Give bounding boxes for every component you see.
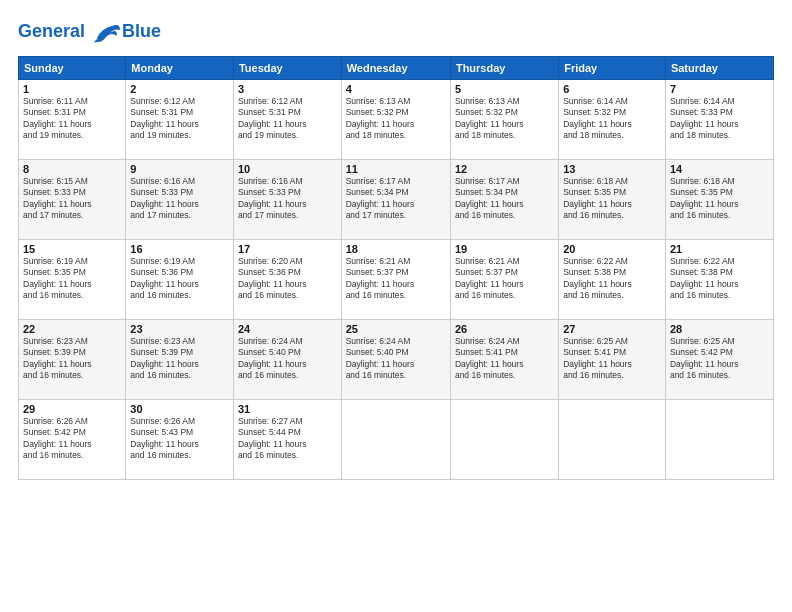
logo-blue: Blue	[122, 21, 161, 42]
calendar-week-4: 22Sunrise: 6:23 AM Sunset: 5:39 PM Dayli…	[19, 320, 774, 400]
day-number: 4	[346, 83, 446, 95]
calendar-day-17: 17Sunrise: 6:20 AM Sunset: 5:36 PM Dayli…	[233, 240, 341, 320]
day-info: Sunrise: 6:24 AM Sunset: 5:40 PM Dayligh…	[238, 336, 337, 382]
day-info: Sunrise: 6:18 AM Sunset: 5:35 PM Dayligh…	[563, 176, 661, 222]
day-number: 13	[563, 163, 661, 175]
day-info: Sunrise: 6:19 AM Sunset: 5:36 PM Dayligh…	[130, 256, 229, 302]
day-info: Sunrise: 6:15 AM Sunset: 5:33 PM Dayligh…	[23, 176, 121, 222]
day-info: Sunrise: 6:13 AM Sunset: 5:32 PM Dayligh…	[346, 96, 446, 142]
day-info: Sunrise: 6:22 AM Sunset: 5:38 PM Dayligh…	[670, 256, 769, 302]
calendar-day-13: 13Sunrise: 6:18 AM Sunset: 5:35 PM Dayli…	[559, 160, 666, 240]
day-number: 23	[130, 323, 229, 335]
calendar-header-thursday: Thursday	[450, 57, 558, 80]
calendar-day-31: 31Sunrise: 6:27 AM Sunset: 5:44 PM Dayli…	[233, 400, 341, 480]
calendar-day-10: 10Sunrise: 6:16 AM Sunset: 5:33 PM Dayli…	[233, 160, 341, 240]
day-info: Sunrise: 6:13 AM Sunset: 5:32 PM Dayligh…	[455, 96, 554, 142]
calendar-day-5: 5Sunrise: 6:13 AM Sunset: 5:32 PM Daylig…	[450, 80, 558, 160]
empty-cell	[665, 400, 773, 480]
day-info: Sunrise: 6:21 AM Sunset: 5:37 PM Dayligh…	[346, 256, 446, 302]
calendar-day-27: 27Sunrise: 6:25 AM Sunset: 5:41 PM Dayli…	[559, 320, 666, 400]
empty-cell	[559, 400, 666, 480]
calendar-header-friday: Friday	[559, 57, 666, 80]
calendar-day-15: 15Sunrise: 6:19 AM Sunset: 5:35 PM Dayli…	[19, 240, 126, 320]
calendar-day-30: 30Sunrise: 6:26 AM Sunset: 5:43 PM Dayli…	[126, 400, 234, 480]
logo: General Blue	[18, 18, 161, 46]
calendar-week-2: 8Sunrise: 6:15 AM Sunset: 5:33 PM Daylig…	[19, 160, 774, 240]
day-info: Sunrise: 6:25 AM Sunset: 5:42 PM Dayligh…	[670, 336, 769, 382]
day-info: Sunrise: 6:24 AM Sunset: 5:40 PM Dayligh…	[346, 336, 446, 382]
header: General Blue	[18, 18, 774, 46]
day-info: Sunrise: 6:11 AM Sunset: 5:31 PM Dayligh…	[23, 96, 121, 142]
calendar-header-row: SundayMondayTuesdayWednesdayThursdayFrid…	[19, 57, 774, 80]
calendar-day-29: 29Sunrise: 6:26 AM Sunset: 5:42 PM Dayli…	[19, 400, 126, 480]
day-info: Sunrise: 6:23 AM Sunset: 5:39 PM Dayligh…	[23, 336, 121, 382]
calendar-day-19: 19Sunrise: 6:21 AM Sunset: 5:37 PM Dayli…	[450, 240, 558, 320]
day-info: Sunrise: 6:27 AM Sunset: 5:44 PM Dayligh…	[238, 416, 337, 462]
calendar-day-9: 9Sunrise: 6:16 AM Sunset: 5:33 PM Daylig…	[126, 160, 234, 240]
day-number: 19	[455, 243, 554, 255]
calendar-day-7: 7Sunrise: 6:14 AM Sunset: 5:33 PM Daylig…	[665, 80, 773, 160]
calendar-day-24: 24Sunrise: 6:24 AM Sunset: 5:40 PM Dayli…	[233, 320, 341, 400]
day-number: 10	[238, 163, 337, 175]
day-info: Sunrise: 6:24 AM Sunset: 5:41 PM Dayligh…	[455, 336, 554, 382]
day-info: Sunrise: 6:26 AM Sunset: 5:42 PM Dayligh…	[23, 416, 121, 462]
day-info: Sunrise: 6:23 AM Sunset: 5:39 PM Dayligh…	[130, 336, 229, 382]
day-info: Sunrise: 6:25 AM Sunset: 5:41 PM Dayligh…	[563, 336, 661, 382]
calendar-header-tuesday: Tuesday	[233, 57, 341, 80]
calendar-day-21: 21Sunrise: 6:22 AM Sunset: 5:38 PM Dayli…	[665, 240, 773, 320]
day-info: Sunrise: 6:14 AM Sunset: 5:32 PM Dayligh…	[563, 96, 661, 142]
calendar-day-6: 6Sunrise: 6:14 AM Sunset: 5:32 PM Daylig…	[559, 80, 666, 160]
day-number: 11	[346, 163, 446, 175]
calendar-header-sunday: Sunday	[19, 57, 126, 80]
page: General Blue SundayMondayTuesdayWednesda…	[0, 0, 792, 612]
logo-bird-icon	[92, 18, 122, 46]
day-info: Sunrise: 6:16 AM Sunset: 5:33 PM Dayligh…	[238, 176, 337, 222]
calendar-week-5: 29Sunrise: 6:26 AM Sunset: 5:42 PM Dayli…	[19, 400, 774, 480]
calendar-day-11: 11Sunrise: 6:17 AM Sunset: 5:34 PM Dayli…	[341, 160, 450, 240]
day-number: 25	[346, 323, 446, 335]
day-number: 3	[238, 83, 337, 95]
day-number: 12	[455, 163, 554, 175]
calendar-day-14: 14Sunrise: 6:18 AM Sunset: 5:35 PM Dayli…	[665, 160, 773, 240]
calendar: SundayMondayTuesdayWednesdayThursdayFrid…	[18, 56, 774, 480]
day-number: 6	[563, 83, 661, 95]
empty-cell	[341, 400, 450, 480]
day-number: 22	[23, 323, 121, 335]
calendar-day-3: 3Sunrise: 6:12 AM Sunset: 5:31 PM Daylig…	[233, 80, 341, 160]
day-number: 1	[23, 83, 121, 95]
empty-cell	[450, 400, 558, 480]
day-number: 14	[670, 163, 769, 175]
calendar-week-3: 15Sunrise: 6:19 AM Sunset: 5:35 PM Dayli…	[19, 240, 774, 320]
day-info: Sunrise: 6:20 AM Sunset: 5:36 PM Dayligh…	[238, 256, 337, 302]
day-number: 16	[130, 243, 229, 255]
day-number: 7	[670, 83, 769, 95]
calendar-day-1: 1Sunrise: 6:11 AM Sunset: 5:31 PM Daylig…	[19, 80, 126, 160]
day-info: Sunrise: 6:17 AM Sunset: 5:34 PM Dayligh…	[455, 176, 554, 222]
calendar-header-wednesday: Wednesday	[341, 57, 450, 80]
calendar-day-8: 8Sunrise: 6:15 AM Sunset: 5:33 PM Daylig…	[19, 160, 126, 240]
day-number: 26	[455, 323, 554, 335]
calendar-day-23: 23Sunrise: 6:23 AM Sunset: 5:39 PM Dayli…	[126, 320, 234, 400]
day-number: 20	[563, 243, 661, 255]
calendar-header-monday: Monday	[126, 57, 234, 80]
calendar-day-22: 22Sunrise: 6:23 AM Sunset: 5:39 PM Dayli…	[19, 320, 126, 400]
calendar-day-26: 26Sunrise: 6:24 AM Sunset: 5:41 PM Dayli…	[450, 320, 558, 400]
day-number: 21	[670, 243, 769, 255]
calendar-day-16: 16Sunrise: 6:19 AM Sunset: 5:36 PM Dayli…	[126, 240, 234, 320]
day-number: 30	[130, 403, 229, 415]
day-number: 17	[238, 243, 337, 255]
calendar-week-1: 1Sunrise: 6:11 AM Sunset: 5:31 PM Daylig…	[19, 80, 774, 160]
day-info: Sunrise: 6:16 AM Sunset: 5:33 PM Dayligh…	[130, 176, 229, 222]
day-number: 27	[563, 323, 661, 335]
day-info: Sunrise: 6:22 AM Sunset: 5:38 PM Dayligh…	[563, 256, 661, 302]
day-number: 28	[670, 323, 769, 335]
day-info: Sunrise: 6:17 AM Sunset: 5:34 PM Dayligh…	[346, 176, 446, 222]
day-info: Sunrise: 6:18 AM Sunset: 5:35 PM Dayligh…	[670, 176, 769, 222]
calendar-day-18: 18Sunrise: 6:21 AM Sunset: 5:37 PM Dayli…	[341, 240, 450, 320]
day-number: 9	[130, 163, 229, 175]
day-info: Sunrise: 6:12 AM Sunset: 5:31 PM Dayligh…	[238, 96, 337, 142]
day-number: 2	[130, 83, 229, 95]
day-number: 29	[23, 403, 121, 415]
calendar-day-4: 4Sunrise: 6:13 AM Sunset: 5:32 PM Daylig…	[341, 80, 450, 160]
calendar-day-2: 2Sunrise: 6:12 AM Sunset: 5:31 PM Daylig…	[126, 80, 234, 160]
